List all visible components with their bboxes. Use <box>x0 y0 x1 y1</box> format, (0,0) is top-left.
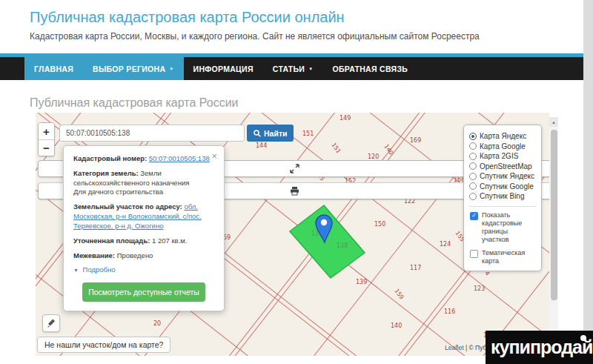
zoom-out-button[interactable]: − <box>39 139 54 156</box>
map-scrollbar[interactable]: ▲ <box>549 117 558 332</box>
pencil-icon <box>47 319 56 328</box>
leaflet-link[interactable]: Leaflet <box>445 344 464 351</box>
nav-item-articles[interactable]: СТАТЬИ ▼ <box>263 57 323 80</box>
find-button-label: Найти <box>264 129 287 138</box>
layer-label: Карта Яндекс <box>480 132 526 140</box>
area-label: Уточненная площадь: <box>73 236 150 245</box>
draw-tool-button[interactable] <box>42 314 60 332</box>
close-icon[interactable]: × <box>211 151 217 161</box>
find-button[interactable]: Найти <box>247 125 294 142</box>
layer-option-google-map[interactable]: Карта Google <box>469 142 536 152</box>
parcel-number-label: 123 <box>474 285 485 292</box>
layer-option-openstreetmap[interactable]: OpenStreetMap <box>469 162 536 172</box>
search-icon <box>254 130 261 137</box>
nav-item-label: СТАТЬИ <box>273 64 305 73</box>
parcel-number-label: 151 <box>302 130 314 137</box>
layer-option-google-satellite[interactable]: Спутник Google <box>469 182 536 192</box>
checkbox-checked-icon: ✓ <box>470 212 478 220</box>
layer-option-yandex-map[interactable]: Карта Яндекс <box>469 131 536 142</box>
parcel-number-label: 116 <box>444 308 455 315</box>
layer-label: Карта 2GIS <box>480 152 518 160</box>
radio-icon <box>469 173 477 180</box>
parcel-number-label: 139 <box>356 279 367 285</box>
scrollbar-thumb[interactable] <box>551 130 557 300</box>
radio-icon <box>469 142 477 150</box>
address-label: Земельный участок по адресу: <box>73 202 182 211</box>
overlay-label: Тематическая карта <box>482 249 536 266</box>
layers-panel: Карта Яндекс Карта Google Карта 2GIS Ope… <box>463 125 542 271</box>
layer-label: Спутник Яндекс <box>480 172 534 180</box>
cadastral-number-label: Кадастровый номер: <box>73 154 147 162</box>
chevron-down-icon: ▼ <box>308 67 313 71</box>
parcel-number-label: 140 <box>391 322 402 329</box>
search-input[interactable] <box>59 125 245 142</box>
nav-item-label: ОБРАТНАЯ СВЯЗЬ <box>332 64 408 73</box>
layer-label: Спутник Bing <box>480 192 525 200</box>
parcel-number-label: 138 <box>337 242 348 249</box>
panel-divider <box>469 206 536 207</box>
site-header: Публичная кадастровая карта России онлай… <box>0 0 593 53</box>
layer-label: Карта Google <box>480 142 526 150</box>
watermark-dot <box>580 335 586 341</box>
overlay-label: Показать кадастровые границы участков <box>482 211 536 245</box>
land-category-label: Категория земель: <box>73 169 139 177</box>
parcel-number-label: 151 <box>330 142 342 155</box>
page-title: Публичная кадастровая карта России <box>30 96 239 110</box>
radio-icon <box>469 133 477 140</box>
radio-icon <box>469 193 477 200</box>
caret-down-icon: ▼ <box>73 268 79 273</box>
nav-item-label: ГЛАВНАЯ <box>34 64 73 73</box>
parcel-number-label: 149 <box>339 115 351 122</box>
cadastral-number-link[interactable]: 50:07:0010505:138 <box>149 154 210 162</box>
area-value: 1 207 кв.м. <box>152 236 187 245</box>
layer-label: OpenStreetMap <box>480 162 532 171</box>
not-found-button[interactable]: Не нашли участок/дом на карте? <box>37 337 170 353</box>
parcel-number-label: 169 <box>410 137 421 144</box>
zoom-in-button[interactable]: + <box>39 123 54 139</box>
parcel-number-label: 120 <box>368 153 379 160</box>
parcel-number-label: 150 <box>374 221 385 228</box>
nav-item-information[interactable]: ИНФОРМАЦИЯ <box>184 57 263 80</box>
layer-option-bing-satellite[interactable]: Спутник Bing <box>469 191 536 202</box>
radio-icon <box>469 162 477 170</box>
checkbox-unchecked-icon <box>470 250 478 258</box>
land-purpose-value: Для дачного строительства <box>73 188 163 196</box>
watermark-text: купипродай <box>491 337 592 358</box>
site-title: Публичная кадастровая карта России онлай… <box>30 9 345 26</box>
zoom-control: + − <box>38 122 55 156</box>
layer-label: Спутник Google <box>480 182 534 191</box>
parcel-info-popup: × Кадастровый номер: 50:07:0010505:138 К… <box>63 145 225 311</box>
parcel-number-label: 124 <box>440 241 451 248</box>
details-link-label: Подробно <box>83 265 116 274</box>
chevron-down-icon: ▼ <box>169 67 173 71</box>
scroll-up-icon[interactable]: ▲ <box>549 117 558 127</box>
parcel-number-label: 144 <box>256 142 267 149</box>
overlay-option-thematic-map[interactable]: Тематическая карта <box>469 249 536 266</box>
nav-item-region-select[interactable]: ВЫБОР РЕГИОНА ▼ <box>83 57 184 80</box>
survey-label: Межевание: <box>73 251 115 259</box>
nav-item-label: ВЫБОР РЕГИОНА <box>93 64 165 73</box>
parcel-number-label: 117 <box>410 265 421 271</box>
site-subtitle: Кадастровая карта России, Москвы, и кажд… <box>30 31 480 42</box>
overlay-option-cadastral-borders[interactable]: ✓ Показать кадастровые границы участков <box>469 211 536 245</box>
parcel-number-label: 20 <box>153 320 161 327</box>
printer-icon <box>290 186 299 196</box>
nav-item-feedback[interactable]: ОБРАТНАЯ СВЯЗЬ <box>322 57 417 80</box>
radio-icon <box>469 153 477 160</box>
expand-arrows-icon <box>290 164 299 173</box>
map-container[interactable]: 1491511511441201691401341522514712216815… <box>36 113 549 356</box>
main-nav: ГЛАВНАЯ ВЫБОР РЕГИОНА ▼ ИНФОРМАЦИЯ СТАТЬ… <box>0 57 583 80</box>
details-toggle[interactable]: ▼ Подробно <box>73 265 214 275</box>
view-reports-button[interactable]: Посмотреть доступные отчеты <box>82 282 205 302</box>
parcel-number-label: 159 <box>393 288 405 301</box>
nav-item-label: ИНФОРМАЦИЯ <box>193 64 254 73</box>
layer-option-2gis-map[interactable]: Карта 2GIS <box>469 151 536 162</box>
watermark-logo: купипродай <box>486 331 593 364</box>
page-scrollbar-track[interactable] <box>583 0 593 364</box>
radio-icon <box>469 182 477 190</box>
layer-option-yandex-satellite[interactable]: Спутник Яндекс <box>469 171 536 182</box>
nav-item-home[interactable]: ГЛАВНАЯ <box>24 57 83 80</box>
survey-value: Проведено <box>117 251 153 259</box>
